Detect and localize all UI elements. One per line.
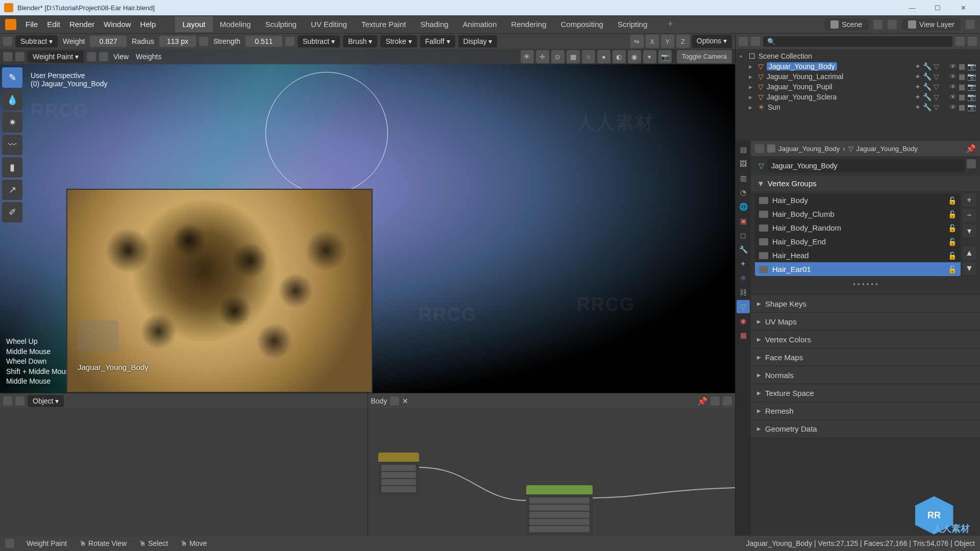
panel-remesh[interactable]: ▸Remesh	[751, 402, 980, 419]
new-node-button[interactable]	[390, 396, 399, 406]
ptab-physics[interactable]: ⚛	[737, 271, 750, 285]
panel-texture-space[interactable]: ▸Texture Space	[751, 384, 980, 402]
lock-icon[interactable]: 🔓	[948, 196, 957, 205]
panel-vertex-colors[interactable]: ▸Vertex Colors	[751, 330, 980, 348]
brush-dropdown[interactable]: Brush ▾	[343, 35, 377, 47]
hide-viewport-toggle[interactable]: 👁	[949, 83, 957, 91]
list-grip[interactable]: • • • • • •	[755, 276, 976, 292]
weights-menu[interactable]: Weights	[134, 53, 163, 61]
material-icon[interactable]: ▽	[934, 103, 939, 111]
mirror-x[interactable]: X	[646, 35, 659, 48]
mirror-y[interactable]: Y	[661, 35, 674, 48]
editor-type-icon[interactable]	[3, 52, 12, 61]
backdrop-toggle[interactable]	[723, 396, 732, 406]
ptab-output[interactable]: 🖼	[737, 157, 750, 170]
mode-selector[interactable]: Weight Paint ▾	[28, 51, 84, 63]
outliner-item[interactable]: ▸▽Jaguar_Young_Sclera✦ 🔧 ▽👁 ▦ 📷	[740, 92, 976, 102]
material-icon[interactable]: ▽	[934, 62, 939, 70]
vertex-group-item[interactable]: Hair_Head🔓	[755, 248, 961, 262]
tab-animation[interactable]: Animation	[456, 16, 504, 32]
outliner-item[interactable]: ▸▽Jaguar_Young_Pupil✦ 🔧 ▽👁 ▦ 📷	[740, 82, 976, 92]
window-close-button[interactable]: ✕	[950, 0, 976, 15]
object-menu[interactable]: Object ▾	[28, 395, 64, 407]
hide-viewport-toggle[interactable]: 👁	[949, 62, 957, 70]
vg-add-button[interactable]: +	[963, 193, 976, 207]
outliner-item[interactable]: ▸▽Jaguar_Young_Body✦ 🔧 ▽👁 ▦ 📷	[740, 61, 976, 71]
ptab-render[interactable]: ▤	[737, 143, 750, 156]
xray-toggle[interactable]: ▦	[567, 50, 580, 63]
pin-icon[interactable]: 📌	[697, 396, 707, 406]
tool-blur[interactable]: 💧	[2, 90, 22, 110]
mirror-toggle[interactable]: ⇋	[630, 35, 644, 48]
crumb-mesh[interactable]: Jaguar_Young_Body	[856, 145, 918, 153]
tool-gradient[interactable]: ▮	[2, 157, 22, 178]
ptab-modifiers[interactable]: 🔧	[737, 243, 750, 256]
mirror-z[interactable]: Z	[676, 35, 690, 48]
properties-pin-icon[interactable]: 📌	[966, 144, 976, 154]
radius-pressure-toggle[interactable]	[199, 37, 208, 46]
modifier-icon[interactable]: 🔧	[923, 103, 932, 111]
lock-icon[interactable]: 🔓	[948, 210, 957, 218]
hide-viewport-toggle[interactable]: 👁	[949, 103, 957, 111]
selectable-toggle[interactable]: ▦	[959, 83, 965, 91]
tab-rendering[interactable]: Rendering	[504, 16, 553, 32]
particle-icon[interactable]: ✦	[915, 83, 921, 91]
gizmo-icon[interactable]: ✛	[536, 50, 549, 63]
stroke-dropdown[interactable]: Stroke ▾	[380, 35, 416, 47]
3d-viewport[interactable]: Weight Paint ▾ View Weights 👁 ✛ ⊙ ▦ ○ ● …	[0, 49, 735, 393]
outliner-item[interactable]: ▸☀Sun✦ 🔧 ▽👁 ▦ 📷	[740, 102, 976, 112]
tool-annotate[interactable]: ✐	[2, 202, 22, 222]
mesh-name-field[interactable]	[767, 159, 965, 172]
ptab-scene[interactable]: ◔	[737, 186, 750, 199]
outliner-collection-root[interactable]: ▪☐ Scene Collection	[740, 51, 976, 61]
hide-render-toggle[interactable]: 📷	[967, 62, 976, 70]
toggle-camera-button[interactable]: Toggle Camera	[677, 50, 732, 63]
camera-icon[interactable]: 📷	[658, 50, 672, 63]
ptab-mesh-data[interactable]: ▽	[737, 300, 750, 313]
editor-type-icon[interactable]	[3, 396, 12, 406]
outliner-display-mode[interactable]	[751, 37, 760, 46]
selectable-toggle[interactable]: ▦	[959, 103, 965, 111]
ptab-collection[interactable]: ▣	[737, 214, 750, 228]
window-maximize-button[interactable]: ☐	[925, 0, 950, 15]
hide-render-toggle[interactable]: 📷	[967, 83, 976, 91]
radius-value[interactable]: 113 px	[159, 36, 196, 47]
shading-material[interactable]: ◐	[612, 50, 626, 63]
panel-shape-keys[interactable]: ▸Shape Keys	[751, 294, 980, 312]
tab-layout[interactable]: Layout	[175, 16, 212, 32]
selectable-toggle[interactable]: ▦	[959, 72, 965, 81]
particle-icon[interactable]: ✦	[915, 62, 921, 70]
weight-value[interactable]: 0.827	[90, 36, 127, 47]
tab-uv-editing[interactable]: UV Editing	[304, 16, 354, 32]
ptab-constraints[interactable]: ⛓	[737, 286, 750, 299]
ptab-material[interactable]: ◉	[737, 314, 750, 328]
strength-pressure-toggle[interactable]	[285, 37, 295, 46]
vertex-group-item[interactable]: Hair_Body🔓	[755, 193, 961, 207]
modifier-icon[interactable]: 🔧	[923, 62, 932, 70]
node-shader[interactable]	[526, 485, 593, 535]
shading-rendered[interactable]: ◉	[628, 50, 641, 63]
strength-value[interactable]: 0.511	[246, 36, 282, 47]
lock-icon[interactable]: 🔓	[948, 265, 957, 273]
panel-face-maps[interactable]: ▸Face Maps	[751, 348, 980, 366]
outliner-item[interactable]: ▸▽Jaguar_Young_Lacrimal✦ 🔧 ▽👁 ▦ 📷	[740, 71, 976, 82]
menu-edit[interactable]: Edit	[47, 20, 60, 29]
visibility-icon[interactable]: 👁	[521, 50, 534, 63]
node-tree-name[interactable]: Body	[371, 397, 387, 405]
tab-compositing[interactable]: Compositing	[554, 16, 610, 32]
options-dropdown[interactable]: Options ▾	[692, 35, 732, 48]
outliner-filter-button[interactable]	[955, 37, 965, 46]
particle-icon[interactable]: ✦	[915, 93, 921, 101]
tab-texture-paint[interactable]: Texture Paint	[354, 16, 413, 32]
particle-icon[interactable]: ✦	[915, 103, 921, 111]
editor-area-left[interactable]	[0, 409, 368, 536]
outliner-search[interactable]: 🔍	[763, 36, 952, 47]
new-scene-button[interactable]	[873, 20, 883, 29]
props-editor-icon[interactable]	[755, 144, 764, 153]
vg-remove-button[interactable]: −	[963, 209, 976, 222]
vg-specials-menu[interactable]: ▾	[963, 224, 976, 237]
hide-render-toggle[interactable]: 📷	[967, 103, 976, 111]
node-editor-area[interactable]	[368, 409, 736, 536]
panel-normals[interactable]: ▸Normals	[751, 366, 980, 384]
vertex-group-item[interactable]: Hair_Body_Random🔓	[755, 221, 961, 235]
